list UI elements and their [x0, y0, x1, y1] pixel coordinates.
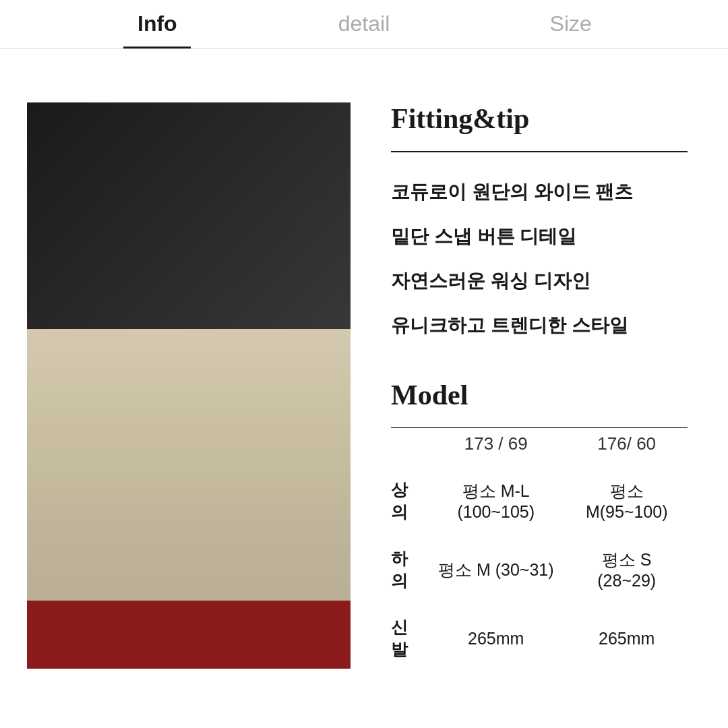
- row-shoes-col2: 265mm: [566, 604, 688, 673]
- tip-2: 밑단 스냅 버튼 디테일: [391, 224, 688, 249]
- row-sangui-col1: 평소 M-L (100~105): [426, 466, 566, 535]
- fitting-title: Fitting&tip: [391, 102, 688, 135]
- info-panel: Fitting&tip 코듀로이 원단의 와이드 팬츠 밑단 스냅 버튼 디테일…: [377, 102, 701, 701]
- fitting-divider: [391, 151, 688, 152]
- model-table: 173 / 69 176/ 60 상의 평소 M-L (100~105) 평소 …: [391, 433, 688, 673]
- table-row-haui: 하의 평소 M (30~31) 평소 S (28~29): [391, 535, 688, 604]
- row-haui-col1: 평소 M (30~31): [426, 535, 566, 604]
- table-row-sangui: 상의 평소 M-L (100~105) 평소 M(95~100): [391, 466, 688, 535]
- tab-detail[interactable]: detail: [261, 1, 468, 47]
- col-model1-header: 173 / 69: [426, 433, 566, 466]
- table-header-row: 173 / 69 176/ 60: [391, 433, 688, 466]
- tab-size[interactable]: Size: [467, 1, 674, 47]
- col-label-header: [391, 433, 426, 466]
- row-sangui-col2: 평소 M(95~100): [566, 466, 688, 535]
- model-divider: [391, 427, 688, 429]
- tab-bar: Info detail Size: [0, 0, 728, 49]
- tip-3: 자연스러운 워싱 디자인: [391, 268, 688, 294]
- row-label-haui: 하의: [391, 535, 426, 604]
- fitting-tips-list: 코듀로이 원단의 와이드 팬츠 밑단 스냅 버튼 디테일 자연스러운 워싱 디자…: [391, 179, 688, 338]
- content-area: Fitting&tip 코듀로이 원단의 와이드 팬츠 밑단 스냅 버튼 디테일…: [0, 49, 728, 728]
- tab-info[interactable]: Info: [54, 1, 261, 47]
- row-haui-col2: 평소 S (28~29): [566, 535, 688, 604]
- model-title: Model: [391, 379, 688, 411]
- row-label-shoes: 신발: [391, 604, 426, 673]
- tip-1: 코듀로이 원단의 와이드 팬츠: [391, 179, 688, 205]
- table-row-shoes: 신발 265mm 265mm: [391, 604, 688, 673]
- col-model2-header: 176/ 60: [566, 433, 688, 466]
- row-label-sangui: 상의: [391, 466, 426, 535]
- product-image: [27, 102, 351, 669]
- row-shoes-col1: 265mm: [426, 604, 566, 673]
- model-section: Model 173 / 69 176/ 60 상의 평소 M-L (100~10…: [391, 379, 688, 673]
- tip-4: 유니크하고 트렌디한 스타일: [391, 313, 688, 338]
